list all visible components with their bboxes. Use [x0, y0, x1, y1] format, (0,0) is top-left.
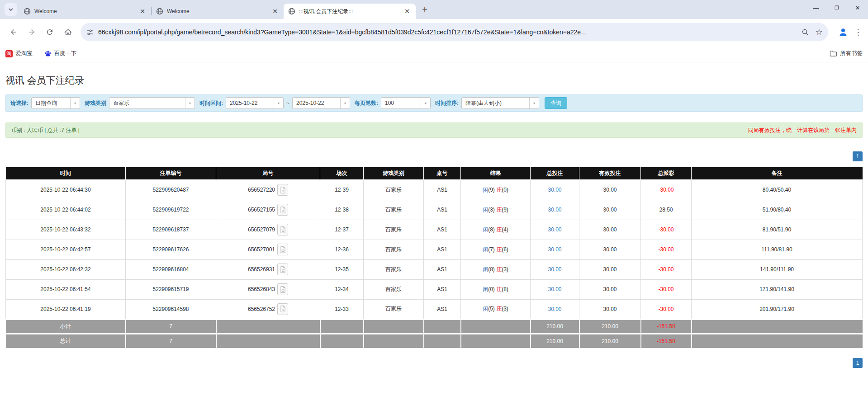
video-record-icon — [280, 246, 286, 253]
home-button[interactable] — [60, 24, 76, 40]
date-range-tilde: ~ — [286, 100, 289, 106]
browser-tab-active[interactable]: :::视讯 会员下注纪录::: ✕ — [284, 4, 416, 19]
cell-total-bet[interactable]: 30.00 — [531, 180, 579, 200]
cell-remark: 111.90/81.90 — [692, 240, 863, 259]
date-range-label: 时间区间: — [199, 99, 223, 107]
bookmark-label: 爱淘宝 — [15, 50, 33, 57]
video-record-button[interactable] — [277, 224, 288, 235]
cell-total-bet[interactable]: 30.00 — [531, 259, 579, 279]
sort-select[interactable]: 降幂(由大到小) ▼ — [461, 97, 539, 109]
footer-empty-cell — [364, 334, 424, 348]
cell-time: 2025-10-22 06:42:32 — [6, 259, 126, 279]
pagination-bottom: 1 — [5, 358, 863, 368]
table-header-row: 时间注单编号局号场次游戏类别桌号结果总投注有效投注总派彩备注 — [6, 167, 863, 180]
url-text[interactable]: 66cxkj98.com/ipl/portal.php/game/betreco… — [98, 28, 795, 36]
globe-icon — [156, 8, 163, 15]
tune-icon — [86, 28, 94, 36]
video-record-button[interactable] — [277, 184, 288, 196]
chevron-down-icon — [8, 7, 14, 12]
tab-close-icon[interactable]: ✕ — [138, 7, 147, 15]
cell-table-no: AS1 — [424, 259, 461, 279]
video-record-button[interactable] — [277, 283, 288, 295]
page-number-button[interactable]: 1 — [853, 358, 863, 368]
game-type-select[interactable]: 百家乐 ▼ — [109, 97, 195, 109]
query-button[interactable]: 查询 — [545, 97, 567, 109]
cell-remark: 141.90/111.90 — [692, 259, 863, 279]
table-footer-row: 小计7210.00210.00-151.50 — [6, 319, 863, 334]
video-record-button[interactable] — [277, 204, 288, 216]
cell-total-bet[interactable]: 30.00 — [531, 220, 579, 240]
sort-label: 时间排序: — [435, 99, 459, 107]
date-from-select[interactable]: 2025-10-22 ▼ — [226, 97, 284, 109]
footer-empty-cell — [320, 334, 364, 348]
cell-bet-no: 522909616804 — [126, 259, 216, 279]
result-banker-label: 庄 — [496, 187, 502, 193]
new-tab-button[interactable]: + — [418, 3, 431, 16]
cell-round-no: 656526752 — [216, 299, 320, 319]
summary-notice: 同局有效投注，统一计算在该局第一张注单内 — [748, 127, 857, 134]
round-no-text: 656526931 — [248, 266, 275, 273]
page-number-button[interactable]: 1 — [853, 151, 863, 161]
result-banker-score: (9) — [502, 207, 508, 213]
cell-total-bet[interactable]: 30.00 — [531, 240, 579, 259]
round-cell: 656526843 — [216, 283, 320, 295]
video-record-button[interactable] — [277, 244, 288, 255]
video-record-button[interactable] — [277, 264, 288, 275]
browser-tab-welcome-1[interactable]: Welcome ✕ — [19, 4, 151, 19]
result-player-label: 闲 — [483, 226, 488, 233]
cell-total-bet[interactable]: 30.00 — [531, 299, 579, 319]
site-info-button[interactable] — [86, 28, 94, 36]
result-banker-label: 庄 — [496, 266, 502, 273]
cell-time: 2025-10-22 06:41:19 — [6, 299, 126, 319]
tab-close-icon[interactable]: ✕ — [403, 7, 411, 15]
footer-empty-cell — [364, 319, 424, 334]
cell-valid-bet: 30.00 — [579, 240, 641, 259]
cell-time: 2025-10-22 06:42:57 — [6, 240, 126, 259]
bookmark-star-button[interactable]: ☆ — [816, 28, 823, 36]
window-minimize-button[interactable]: — — [806, 0, 826, 15]
video-record-button[interactable] — [277, 303, 288, 315]
cell-total-bet[interactable]: 30.00 — [531, 200, 579, 220]
cell-result: 闲(0) 庄(8) — [461, 279, 531, 299]
per-page-select[interactable]: 100 ▼ — [381, 97, 431, 109]
table-row: 2025-10-22 06:44:02522909619722656527155… — [6, 200, 863, 220]
table-row: 2025-10-22 06:42:57522909617626656527001… — [6, 240, 863, 259]
browser-tab-welcome-2[interactable]: Welcome ✕ — [152, 4, 284, 19]
cell-table-no: AS1 — [424, 180, 461, 200]
tab-search-button[interactable] — [5, 3, 17, 16]
bookmark-aitaobao[interactable]: 淘 爱淘宝 — [5, 50, 33, 57]
cell-result: 闲(9) 庄(0) — [461, 180, 531, 200]
cell-result: 闲(7) 庄(6) — [461, 240, 531, 259]
chevron-down-icon: ▼ — [340, 98, 350, 108]
date-to-select[interactable]: 2025-10-22 ▼ — [292, 97, 350, 109]
result-banker-score: (4) — [502, 226, 508, 233]
window-close-button[interactable]: ✕ — [847, 0, 868, 15]
reload-icon — [46, 28, 54, 36]
footer-valid-bet: 210.00 — [579, 334, 641, 348]
all-bookmarks-button[interactable]: 所有书签 — [823, 50, 863, 58]
cell-result: 闲(8) 庄(3) — [461, 259, 531, 279]
address-bar[interactable]: 66cxkj98.com/ipl/portal.php/game/betreco… — [81, 23, 828, 41]
cell-game-type: 百家乐 — [364, 180, 424, 200]
profile-button[interactable] — [835, 24, 851, 40]
tab-close-icon[interactable]: ✕ — [271, 7, 279, 15]
back-button[interactable] — [6, 24, 21, 40]
round-cell: 656527079 — [216, 224, 320, 235]
cell-payout: -30.00 — [641, 259, 692, 279]
browser-menu-button[interactable]: ⋮ — [853, 24, 863, 40]
reload-button[interactable] — [42, 24, 57, 40]
baidu-icon — [44, 50, 52, 57]
bookmark-baidu[interactable]: 百度一下 — [44, 50, 77, 57]
result-banker-score: (8) — [502, 286, 508, 292]
forward-button[interactable] — [24, 24, 39, 40]
window-maximize-button[interactable]: ❐ — [826, 0, 847, 15]
all-bookmarks-label: 所有书签 — [840, 50, 863, 57]
round-no-text: 656526752 — [248, 306, 275, 312]
cell-total-bet[interactable]: 30.00 — [531, 279, 579, 299]
query-mode-select[interactable]: 日期查询 ▼ — [31, 97, 80, 109]
per-page-value: 100 — [381, 100, 421, 106]
footer-payout: -151.50 — [641, 319, 692, 334]
cell-bet-no: 522909617626 — [126, 240, 216, 259]
zoom-button[interactable] — [802, 28, 809, 36]
tab-title: Welcome — [167, 8, 271, 14]
